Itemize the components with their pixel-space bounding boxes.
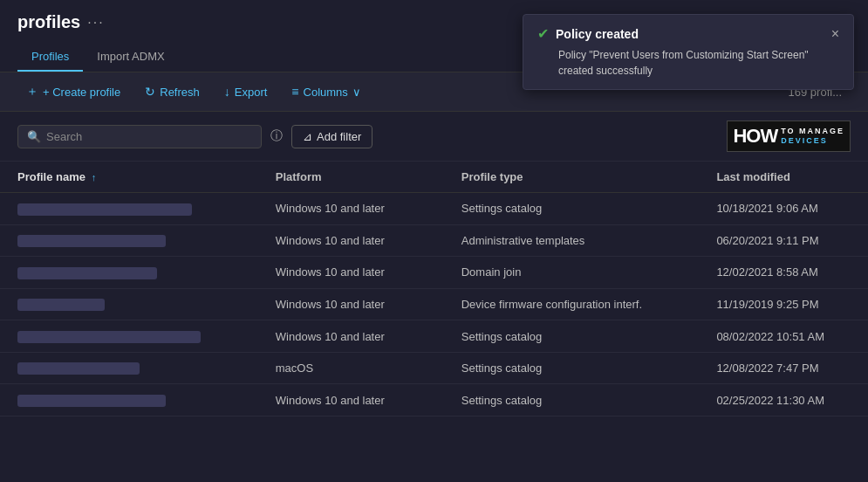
platform-cell: Windows 10 and later — [258, 384, 444, 417]
profile-type-cell: Settings catalog — [444, 352, 700, 384]
blurred-profile-name — [17, 331, 201, 343]
search-icon: 🔍 — [27, 130, 41, 143]
last-modified-cell: 08/02/2022 10:51 AM — [699, 320, 868, 353]
table-row[interactable]: Windows 10 and laterSettings catalog08/0… — [0, 320, 868, 353]
notification-toast: ✔ Policy created × Policy "Prevent Users… — [523, 14, 854, 90]
blurred-profile-name — [17, 299, 105, 311]
chevron-down-icon: ∨ — [352, 86, 361, 99]
tab-profiles[interactable]: Profiles — [17, 43, 83, 72]
profile-type-cell: Settings catalog — [444, 193, 700, 225]
table-row[interactable]: Windows 10 and laterSettings catalog10/1… — [0, 193, 868, 225]
profiles-table: Profile name ↑ Platform Profile type Las… — [0, 162, 868, 417]
last-modified-cell: 02/25/2022 11:30 AM — [699, 384, 868, 417]
columns-icon: ≡ — [291, 85, 298, 99]
platform-cell: Windows 10 and later — [258, 288, 444, 320]
table-row[interactable]: Windows 10 and laterAdministrative templ… — [0, 224, 868, 257]
columns-button[interactable]: ≡ Columns ∨ — [283, 80, 369, 103]
last-modified-cell: 12/02/2021 8:58 AM — [699, 257, 868, 289]
profile-type-cell: Settings catalog — [444, 384, 700, 417]
toast-body: Policy "Prevent Users from Customizing S… — [537, 47, 839, 79]
app-container: profiles ··· Profiles Import ADMX ＋ + Cr… — [0, 0, 868, 482]
toast-title: Policy created — [556, 27, 824, 41]
table-body: Windows 10 and laterSettings catalog10/1… — [0, 193, 868, 417]
table-row[interactable]: Windows 10 and laterDevice firmware conf… — [0, 288, 868, 320]
platform-cell: Windows 10 and later — [258, 193, 444, 225]
column-header-last-modified[interactable]: Last modified — [699, 162, 868, 193]
check-circle-icon: ✔ — [537, 25, 549, 42]
blurred-profile-name — [17, 267, 157, 279]
column-header-platform[interactable]: Platform — [258, 162, 444, 193]
last-modified-cell: 12/08/2022 7:47 PM — [699, 352, 868, 384]
profile-name-cell — [0, 224, 258, 257]
more-options-icon[interactable]: ··· — [87, 15, 104, 31]
profile-type-cell: Domain join — [444, 257, 700, 289]
toast-header: ✔ Policy created × — [537, 25, 839, 42]
toast-close-button[interactable]: × — [824, 26, 839, 42]
create-profile-button[interactable]: ＋ + Create profile — [17, 79, 129, 104]
filter-bar: 🔍 ⓘ ⊿ Add filter HOW TO MANAGE DEVICES — [0, 112, 868, 162]
platform-cell: Windows 10 and later — [258, 257, 444, 289]
profile-name-cell — [0, 257, 258, 289]
blurred-profile-name — [17, 362, 140, 375]
tab-import-admx[interactable]: Import ADMX — [83, 43, 178, 72]
blurred-profile-name — [17, 235, 166, 247]
page-title: profiles — [17, 12, 80, 32]
last-modified-cell: 10/18/2021 9:06 AM — [699, 193, 868, 225]
refresh-icon: ↻ — [145, 85, 155, 99]
profile-name-cell — [0, 193, 258, 225]
platform-cell: macOS — [258, 352, 444, 384]
watermark-devices: DEVICES — [781, 136, 844, 146]
column-header-profile-name[interactable]: Profile name ↑ — [0, 162, 258, 193]
plus-icon: ＋ — [26, 84, 38, 100]
export-button[interactable]: ↓ Export — [215, 80, 277, 103]
table-row[interactable]: macOSSettings catalog12/08/2022 7:47 PM — [0, 352, 868, 384]
table-container: Profile name ↑ Platform Profile type Las… — [0, 162, 868, 482]
profile-name-cell — [0, 320, 258, 353]
sort-asc-icon: ↑ — [92, 172, 97, 182]
filter-icon: ⊿ — [303, 130, 312, 143]
profile-type-cell: Administrative templates — [444, 224, 700, 257]
blurred-profile-name — [17, 395, 166, 407]
search-container: 🔍 — [17, 125, 262, 148]
table-header-row: Profile name ↑ Platform Profile type Las… — [0, 162, 868, 193]
profile-name-cell — [0, 352, 258, 384]
blurred-profile-name — [17, 203, 192, 216]
column-header-profile-type[interactable]: Profile type — [444, 162, 700, 193]
last-modified-cell: 11/19/2019 9:25 PM — [699, 288, 868, 320]
search-input[interactable] — [46, 130, 238, 143]
last-modified-cell: 06/20/2021 9:11 PM — [699, 224, 868, 257]
watermark-how: HOW — [733, 125, 777, 148]
platform-cell: Windows 10 and later — [258, 224, 444, 257]
add-filter-button[interactable]: ⊿ Add filter — [291, 125, 372, 148]
watermark-to-manage: TO MANAGE — [781, 127, 844, 136]
table-row[interactable]: Windows 10 and laterSettings catalog02/2… — [0, 384, 868, 417]
profile-type-cell: Settings catalog — [444, 320, 700, 353]
refresh-button[interactable]: ↻ Refresh — [136, 80, 208, 103]
profile-name-cell — [0, 384, 258, 417]
platform-cell: Windows 10 and later — [258, 320, 444, 353]
table-row[interactable]: Windows 10 and laterDomain join12/02/202… — [0, 257, 868, 289]
export-icon: ↓ — [224, 85, 230, 99]
profile-type-cell: Device firmware configuration interf. — [444, 288, 700, 320]
profile-name-cell — [0, 288, 258, 320]
info-icon[interactable]: ⓘ — [270, 128, 283, 144]
watermark: HOW TO MANAGE DEVICES — [727, 120, 851, 152]
